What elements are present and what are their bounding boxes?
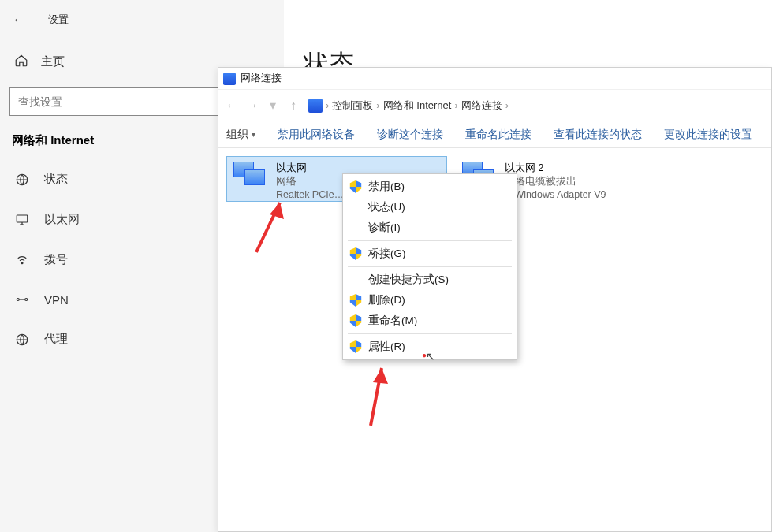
shield-icon <box>349 180 362 193</box>
cm-rename[interactable]: 重命名(M) <box>345 311 515 331</box>
cm-status-label: 状态(U) <box>368 200 405 214</box>
spacer-icon <box>349 201 362 214</box>
explorer-title: 网络连接 <box>241 72 282 85</box>
adapter-name: 以太网 2 <box>505 162 606 175</box>
cm-delete[interactable]: 删除(D) <box>345 290 515 311</box>
adapters-area: 以太网 网络 Realtek PCIe… 以太网 2 网络电缆被拔出 P-Win… <box>218 148 771 531</box>
cm-disable-label: 禁用(B) <box>368 180 405 194</box>
crumb-network-connections[interactable]: 网络连接 <box>461 99 502 113</box>
home-label: 主页 <box>41 54 65 69</box>
cm-rename-label: 重命名(M) <box>368 314 417 328</box>
nav-buttons: ← → ▾ ↑ <box>223 98 302 113</box>
shield-icon <box>349 247 362 260</box>
cm-bridge-label: 桥接(G) <box>368 247 406 261</box>
svg-rect-1 <box>17 215 28 222</box>
crumb-control-panel[interactable]: 控制面板 <box>332 99 373 113</box>
cm-shortcut-label: 创建快捷方式(S) <box>368 273 449 287</box>
adapter-icon <box>233 162 268 193</box>
toolbar-disable-device[interactable]: 禁用此网络设备 <box>278 128 355 142</box>
nav-proxy-label: 代理 <box>44 332 68 347</box>
cm-properties-label: 属性(R) <box>368 340 405 354</box>
dialup-icon <box>14 253 30 267</box>
breadcrumb-sep: › <box>454 99 457 111</box>
cm-bridge[interactable]: 桥接(G) <box>345 244 515 264</box>
network-connections-icon <box>223 73 236 85</box>
network-connections-window: 网络连接 ← → ▾ ↑ › 控制面板 › 网络和 Internet › 网络连… <box>218 67 772 532</box>
ethernet-icon <box>14 213 30 227</box>
cm-properties[interactable]: 属性(R) <box>345 337 515 357</box>
cm-status[interactable]: 状态(U) <box>345 197 515 218</box>
adapter-name: 以太网 <box>276 162 344 175</box>
settings-title: 设置 <box>48 13 69 27</box>
adapter-device: P-Windows Adapter V9 <box>505 188 606 202</box>
nav-dropdown-icon[interactable]: ▾ <box>264 98 282 113</box>
toolbar-organize[interactable]: 组织 ▾ <box>226 128 255 142</box>
breadcrumb-sep: › <box>505 99 509 111</box>
nav-ethernet-label: 以太网 <box>44 212 80 227</box>
toolbar-diagnose[interactable]: 诊断这个连接 <box>377 128 443 142</box>
nav-fwd-icon[interactable]: → <box>244 99 261 113</box>
toolbar-change-settings[interactable]: 更改此连接的设置 <box>664 128 752 142</box>
chevron-down-icon: ▾ <box>252 130 255 139</box>
nav-vpn-label: VPN <box>44 293 69 307</box>
shield-icon <box>349 294 362 307</box>
explorer-titlebar: 网络连接 <box>218 68 771 90</box>
toolbar-view-status[interactable]: 查看此连接的状态 <box>554 128 642 142</box>
svg-point-4 <box>25 299 28 301</box>
adapter-context-menu: 禁用(B) 状态(U) 诊断(I) 桥接(G) 创建快捷方式(S) <box>342 173 517 360</box>
adapter-status: 网络 <box>276 175 344 188</box>
breadcrumb-sep: › <box>326 99 329 111</box>
spacer-icon <box>349 221 362 234</box>
adapter-info: 以太网 网络 Realtek PCIe… <box>276 162 344 196</box>
cm-diagnose[interactable]: 诊断(I) <box>345 218 515 238</box>
cm-disable[interactable]: 禁用(B) <box>345 177 515 197</box>
proxy-icon <box>14 333 30 347</box>
breadcrumb: › 控制面板 › 网络和 Internet › 网络连接 › <box>308 99 509 113</box>
settings-header: ← 设置 <box>0 0 284 39</box>
svg-point-3 <box>17 299 19 301</box>
toolbar-organize-label: 组织 <box>226 128 248 142</box>
breadcrumb-root-icon[interactable] <box>308 99 323 113</box>
status-icon <box>14 173 30 187</box>
breadcrumb-sep: › <box>376 99 379 111</box>
shield-icon <box>349 314 362 327</box>
vpn-icon <box>14 292 30 307</box>
menu-separator <box>348 333 512 334</box>
cm-diagnose-label: 诊断(I) <box>368 221 401 235</box>
spacer-icon <box>349 273 362 286</box>
nav-dialup-label: 拨号 <box>44 252 68 267</box>
adapter-info: 以太网 2 网络电缆被拔出 P-Windows Adapter V9 <box>505 162 606 196</box>
home-icon <box>14 54 28 70</box>
explorer-toolbar: 组织 ▾ 禁用此网络设备 诊断这个连接 重命名此连接 查看此连接的状态 更改此连… <box>218 121 771 148</box>
crumb-network-internet[interactable]: 网络和 Internet <box>383 99 452 113</box>
menu-separator <box>348 240 512 241</box>
svg-point-2 <box>21 262 23 263</box>
explorer-address-bar: ← → ▾ ↑ › 控制面板 › 网络和 Internet › 网络连接 › <box>218 90 771 121</box>
adapter-device: Realtek PCIe… <box>276 188 344 202</box>
cm-delete-label: 删除(D) <box>368 293 405 307</box>
menu-separator <box>348 266 512 267</box>
nav-back-icon[interactable]: ← <box>223 99 241 113</box>
cm-create-shortcut[interactable]: 创建快捷方式(S) <box>345 270 515 290</box>
nav-status-label: 状态 <box>44 172 68 187</box>
toolbar-rename[interactable]: 重命名此连接 <box>465 128 531 142</box>
nav-up-icon[interactable]: ↑ <box>285 99 302 113</box>
shield-icon <box>349 340 362 353</box>
adapter-status: 网络电缆被拔出 <box>505 175 606 188</box>
back-arrow-icon[interactable]: ← <box>12 12 26 28</box>
